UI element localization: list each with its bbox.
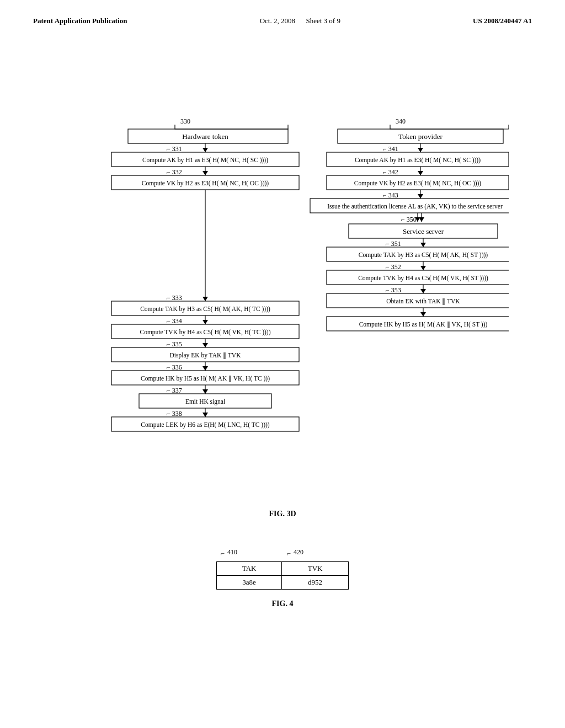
step-351-text: Compute TAK by H3 as C5( H( M( AK, H( ST…: [359, 251, 488, 259]
arrowhead-337-338: [202, 413, 208, 417]
step-353-text: Obtain EK with TAK ‖ TVK: [386, 298, 460, 305]
fig4-bracket-410: ⌐: [221, 549, 225, 558]
header-patent-number: US 2008/240447 A1: [473, 17, 532, 25]
fig4-container: ⌐ 410 ⌐ 420 TAK TVK 3a8e: [216, 546, 349, 630]
arrowhead-353-354: [420, 312, 426, 317]
diagram-area: 330 Hardware token ⌐ 331 Compute AK by H…: [33, 114, 532, 630]
arrowhead-333-334: [202, 320, 208, 324]
arrowhead-335-336: [202, 366, 208, 371]
arrowhead-ht-331: [202, 148, 208, 152]
service-server-label: Service server: [403, 227, 444, 235]
arrowhead-351-352: [420, 266, 426, 270]
arrowhead-336-337: [202, 389, 208, 394]
ref-333: ⌐ 333: [167, 294, 182, 302]
ref-330: 330: [180, 117, 190, 125]
step-342-text: Compute VK by H2 as E3( H( M( NC, H( OC …: [354, 180, 482, 187]
step-333-text: Compute TAK by H3 as C5( H( M( AK, H( TC…: [140, 306, 270, 313]
fig4-labels-row: ⌐ 410 ⌐ 420: [216, 546, 349, 561]
step-338-text: Compute LEK by H6 as E(H( M( LNC, H( TC …: [141, 421, 269, 429]
step-334-text: Compute TVK by H4 as C5( H( M( VK, H( TC…: [140, 329, 270, 336]
page-header: Patent Application Publication Oct. 2, 2…: [33, 17, 532, 25]
ref-351: ⌐ 351: [386, 240, 401, 248]
ref-335: ⌐ 335: [167, 340, 182, 348]
step-343-text: Issue the authentication license AL as (…: [327, 203, 503, 210]
arrowhead-ss-351: [420, 243, 426, 247]
fig3d-container: 330 Hardware token ⌐ 331 Compute AK by H…: [56, 114, 509, 540]
fig4-table-wrapper: ⌐ 410 ⌐ 420 TAK TVK 3a8e: [216, 546, 349, 590]
page: Patent Application Publication Oct. 2, 2…: [0, 0, 565, 728]
ref-337: ⌐ 337: [167, 387, 182, 394]
step-337-text: Emit HK signal: [185, 398, 225, 405]
arrowhead-tp-341: [418, 148, 423, 152]
ref-350: ⌐ 350: [401, 216, 417, 223]
fig4-data-row: 3a8e d952: [217, 576, 349, 590]
ref-338: ⌐ 338: [167, 410, 182, 417]
ref-336: ⌐ 336: [167, 363, 182, 371]
fig4-col1-header: TAK: [217, 562, 282, 576]
bracket-330: [175, 125, 288, 129]
fig4-header-row: TAK TVK: [217, 562, 349, 576]
fig3d-svg: 330 Hardware token ⌐ 331 Compute AK by H…: [56, 114, 509, 500]
fig4-bracket-420: ⌐: [287, 549, 291, 558]
hardware-token-label: Hardware token: [182, 132, 228, 141]
ref-342: ⌐ 342: [383, 168, 398, 176]
bracket-340: [390, 125, 509, 129]
ref-352: ⌐ 352: [386, 263, 401, 271]
fig4-table: TAK TVK 3a8e d952: [216, 561, 349, 590]
arrowhead-334-335: [202, 343, 208, 347]
header-publication-label: Patent Application Publication: [33, 17, 127, 25]
arrowhead-342-343: [418, 194, 423, 199]
step-354-text: Compute HK by H5 as H( M( AK ‖ VK, H( ST…: [359, 321, 488, 328]
header-date: Oct. 2, 2008: [260, 17, 295, 25]
ref-353: ⌐ 353: [386, 286, 401, 294]
ref-341: ⌐ 341: [383, 145, 398, 153]
fig4-col2-header: TVK: [282, 562, 349, 576]
arrowhead-343-350-right: [419, 217, 424, 222]
arrowhead-331-332: [202, 171, 208, 175]
ref-340: 340: [396, 117, 406, 125]
fig4-ref-420: 420: [294, 548, 303, 556]
header-sheet: Sheet 3 of 9: [306, 17, 340, 25]
step-352-text: Compute TVK by H4 as C5( H( M( VK, H( ST…: [358, 275, 488, 282]
step-336-text: Compute HK by H5 as H( M( AK ‖ VK, H( TC…: [141, 375, 270, 382]
header-date-sheet: Oct. 2, 2008 Sheet 3 of 9: [260, 17, 340, 25]
ref-332: ⌐ 332: [167, 168, 182, 176]
arrowhead-332-333: [202, 297, 208, 301]
step-331-text: Compute AK by H1 as E3( H( M( NC, H( SC …: [142, 157, 268, 164]
token-provider-label: Token provider: [398, 132, 443, 141]
arrowhead-341-342: [418, 171, 423, 175]
ref-334: ⌐ 334: [167, 317, 182, 325]
arrowhead-352-353: [420, 289, 426, 293]
step-332-text: Compute VK by H2 as E3( H( M( NC, H( OC …: [142, 180, 269, 187]
fig4-label: FIG. 4: [272, 599, 294, 608]
step-341-text: Compute AK by H1 as E3( H( M( NC, H( SC …: [355, 157, 481, 164]
fig4-ref-410: 410: [227, 548, 237, 556]
fig4-col2-value: d952: [282, 576, 349, 590]
fig3d-label: FIG. 3D: [56, 510, 509, 518]
ref-331: ⌐ 331: [167, 145, 182, 153]
fig4-col1-value: 3a8e: [217, 576, 282, 590]
step-335-text: Display EK by TAK ‖ TVK: [170, 352, 242, 359]
ref-343: ⌐ 343: [383, 191, 398, 199]
